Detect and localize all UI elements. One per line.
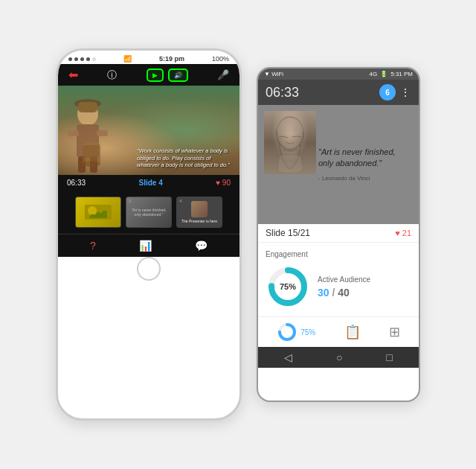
svg-rect-7: [78, 102, 97, 112]
android-nav-bar: ◁ ○ □: [258, 347, 419, 368]
slides-icon[interactable]: 📋: [344, 324, 361, 340]
android-battery: 🔋: [380, 71, 387, 77]
android-timer: 06:33: [266, 85, 299, 100]
android-network: 4G: [370, 71, 378, 77]
thumb-3-num: 4: [179, 199, 181, 203]
engagement-percent: 75%: [280, 282, 296, 291]
android-status-bar: ▼ WiFi 4G 🔋 5:31 PM: [258, 68, 419, 80]
active-audience-label: Active Audience: [318, 275, 370, 284]
thumb-2-num: 3: [129, 199, 131, 203]
audience-fraction: 30 / 40: [318, 287, 370, 299]
iphone-bottom-bar: ? 📊 💬: [58, 234, 239, 257]
thumbnails-area: 3 "Art is never finished, only abandoned…: [58, 191, 239, 234]
iphone-home-area: [58, 257, 239, 281]
back-nav-icon[interactable]: ◁: [284, 351, 292, 363]
iphone-device: 📶 5:19 pm 100% ⬅ ⓘ ▶ 🔊 🎤: [56, 48, 242, 421]
engagement-row: 75% Active Audience 30 / 40: [266, 264, 411, 309]
mic-button[interactable]: 🎤: [217, 69, 229, 80]
thumbnail-1[interactable]: 3: [75, 197, 121, 228]
battery-level: 100%: [212, 55, 229, 63]
thumb-2-text: "Art is never finished, only abandoned.": [126, 206, 171, 218]
audience-count-badge[interactable]: 6: [379, 84, 396, 100]
barrel-shape: [80, 141, 103, 168]
main-slide: "Work consists of whatever a body is obl…: [58, 86, 239, 175]
active-num: 30: [318, 287, 329, 299]
slide-15-label: Slide 15/21: [266, 228, 310, 238]
grid-icon[interactable]: ⊞: [389, 324, 400, 340]
android-header: 06:33 6 ⋮: [258, 80, 419, 105]
portrait-sketch: [264, 111, 316, 174]
iphone-status-bar: 📶 5:19 pm 100%: [58, 51, 239, 64]
video-button[interactable]: ▶: [147, 68, 164, 82]
donut-label: 75%: [266, 264, 310, 309]
chat-button[interactable]: 💬: [195, 240, 208, 252]
engagement-panel: Engagement 75% Active Audience: [258, 243, 419, 316]
thumb-1-content: [76, 197, 120, 227]
bottom-percent: 75%: [300, 328, 315, 336]
total-num: 40: [338, 287, 350, 299]
android-slide-area: "Art is never finished, only abandoned."…: [258, 105, 419, 224]
heart-count: ♥ 90: [216, 179, 231, 187]
status-time: 5:19 pm: [159, 55, 184, 63]
signal-dots: [68, 57, 96, 61]
slide-info-bar: 06:33 Slide 4 ♥ 90: [58, 175, 239, 191]
thumb-1-num: 3: [78, 199, 80, 203]
engagement-title: Engagement: [266, 250, 411, 258]
android-bottom-bar: 75% 📋 ⊞: [258, 316, 419, 347]
slide-number: Slide 4: [138, 179, 162, 187]
thumbnail-3[interactable]: The Presenter is here 4: [176, 197, 222, 228]
home-nav-icon[interactable]: ○: [336, 351, 342, 363]
media-buttons: ▶ 🔊: [147, 68, 188, 82]
header-right: 6 ⋮: [379, 84, 411, 100]
help-button[interactable]: ?: [90, 240, 96, 252]
mini-arc-svg: [277, 322, 298, 342]
recents-nav-icon[interactable]: □: [386, 351, 392, 363]
android-slide-info: Slide 15/21 ♥ 21: [258, 224, 419, 243]
svg-rect-3: [97, 130, 108, 136]
quote-text: "Art is never finished, only abandoned.": [318, 147, 396, 168]
android-time: 5:31 PM: [390, 71, 413, 77]
thumb-1-icon: [83, 202, 113, 223]
heart-21: ♥ 21: [395, 229, 411, 237]
android-status-right: 4G 🔋 5:31 PM: [370, 71, 413, 77]
thumbnail-row: 3 "Art is never finished, only abandoned…: [64, 197, 234, 228]
presenter-label: The Presenter is here: [181, 219, 217, 224]
info-button[interactable]: ⓘ: [107, 68, 117, 82]
svg-point-10: [83, 161, 100, 167]
audio-button[interactable]: 🔊: [168, 68, 188, 82]
thumbnail-2[interactable]: "Art is never finished, only abandoned."…: [126, 197, 172, 228]
menu-dots-button[interactable]: ⋮: [400, 86, 411, 98]
svg-rect-2: [68, 130, 79, 136]
home-button[interactable]: [137, 257, 161, 281]
audience-info: Active Audience 30 / 40: [318, 275, 370, 299]
iphone-toolbar: ⬅ ⓘ ▶ 🔊 🎤: [58, 64, 239, 86]
slide-quote-text: "Work consists of whatever a body is obl…: [137, 147, 234, 169]
presenter-avatar: [191, 201, 208, 217]
slide-timer: 06:33: [67, 179, 86, 187]
thumb-2-content: "Art is never finished, only abandoned.": [126, 197, 171, 227]
donut-chart: 75%: [266, 264, 310, 309]
back-button[interactable]: ⬅: [68, 68, 78, 82]
svg-point-12: [88, 206, 97, 215]
android-device: ▼ WiFi 4G 🔋 5:31 PM 06:33 6 ⋮: [257, 67, 420, 402]
thumb-3-content: The Presenter is here: [177, 197, 222, 227]
da-vinci-portrait: [264, 111, 316, 174]
stats-button[interactable]: 📊: [139, 240, 152, 252]
wifi-icon: 📶: [123, 55, 132, 63]
percentage-indicator: 75%: [277, 322, 315, 342]
android-slide-quote: "Art is never finished, only abandoned."…: [318, 147, 411, 182]
quote-attribution: - Leonardo da Vinci: [318, 174, 411, 182]
android-signal: ▼ WiFi: [264, 71, 283, 77]
